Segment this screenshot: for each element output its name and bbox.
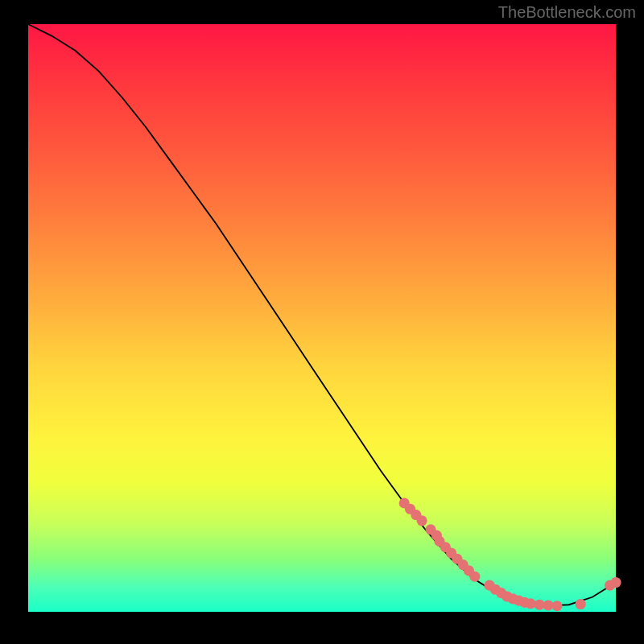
chart-svg xyxy=(28,24,616,612)
data-point xyxy=(610,577,621,588)
data-point xyxy=(551,601,562,611)
watermark-text: TheBottleneck.com xyxy=(498,3,636,22)
curve-line xyxy=(28,24,616,606)
data-point xyxy=(417,515,427,526)
data-point xyxy=(469,572,480,582)
plot-area xyxy=(28,24,616,612)
data-point xyxy=(576,599,586,609)
markers-group xyxy=(399,497,621,611)
